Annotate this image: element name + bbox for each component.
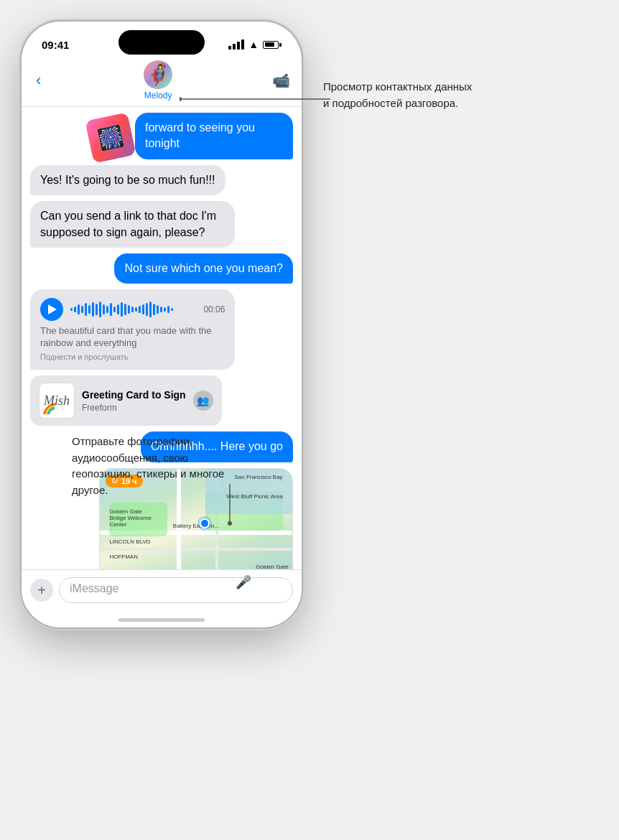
add-button[interactable]: + — [30, 579, 53, 602]
back-button[interactable]: ‹ — [33, 68, 44, 93]
annotation-top: Просмотр контактных данных и подробносте… — [323, 79, 474, 111]
svg-point-1 — [180, 97, 182, 101]
contact-header[interactable]: 🦸‍♀️ Melody — [144, 60, 172, 101]
message-2: Yes! It's going to be so much fun!!! — [30, 165, 293, 195]
card-title: Greeting Card to Sign — [82, 389, 186, 401]
annotation-bottom: Отправьте фотографии, аудиосообщения, св… — [72, 434, 230, 498]
map-label-bay: San Francisco Bay — [225, 474, 283, 480]
signal-icon — [228, 39, 244, 50]
bubble-outgoing: Not sure which one you mean? — [114, 253, 293, 284]
chat-messages: 🎆 forward to seeing you tonight Yes! It'… — [22, 107, 302, 589]
status-icons: ▲ — [228, 39, 281, 50]
message-3: Can you send a link to that doc I'm supp… — [30, 201, 293, 248]
map-label-hoffman: HOFFMAN — [109, 554, 138, 560]
waveform — [70, 301, 196, 318]
message-6-card: Mish 🌈 Greeting Card to Sign Freeform 👥 — [30, 375, 293, 426]
battery-icon — [263, 41, 281, 49]
annotation-line-top — [180, 85, 338, 113]
greeting-card[interactable]: Mish 🌈 Greeting Card to Sign Freeform 👥 — [30, 375, 222, 426]
map-label-lincoln: LINCOLN BLVD — [109, 538, 150, 545]
play-button[interactable] — [40, 298, 63, 321]
message-input[interactable]: iMessage — [59, 577, 293, 603]
bubble-incoming: Yes! It's going to be so much fun!!! — [30, 165, 225, 195]
card-thumbnail: Mish 🌈 — [39, 383, 75, 419]
home-indicator — [118, 618, 205, 622]
annotation-line-bottom — [223, 484, 251, 527]
dynamic-island — [118, 30, 205, 55]
status-time: 09:41 — [42, 39, 69, 51]
input-placeholder: iMessage — [70, 582, 118, 594]
audio-duration: 00:06 — [203, 304, 225, 314]
contact-name: Melody — [144, 90, 172, 101]
mic-icon[interactable]: 🎤 — [236, 574, 251, 590]
audio-bubble[interactable]: 00:06 The beautiful card that you made w… — [30, 289, 235, 370]
fireworks-image: 🎆 — [85, 112, 136, 163]
map-label-ggb: Golden Gate Bridge Welcome Center — [109, 508, 159, 528]
card-share-icon[interactable]: 👥 — [193, 391, 213, 411]
input-bar: + iMessage 🎤 — [22, 569, 302, 610]
svg-point-3 — [228, 521, 232, 526]
message-1: 🎆 forward to seeing you tonight — [30, 113, 293, 159]
bubble-incoming: Can you send a link to that doc I'm supp… — [30, 201, 235, 248]
card-app: Freeform — [82, 403, 186, 413]
audio-transcript: The beautiful card that you made with th… — [40, 325, 225, 350]
annotation-text-bottom: Отправьте фотографии, аудиосообщения, св… — [72, 434, 230, 498]
wifi-icon: ▲ — [248, 39, 259, 50]
message-4: Not sure which one you mean? — [30, 253, 293, 284]
audio-hint: Поднести и прослушать — [40, 353, 225, 361]
avatar: 🦸‍♀️ — [144, 60, 172, 89]
message-5-audio: 00:06 The beautiful card that you made w… — [30, 289, 293, 370]
annotation-text-top: Просмотр контактных данных и подробносте… — [323, 79, 474, 111]
bubble-outgoing: forward to seeing you tonight — [135, 113, 293, 159]
annotation-area: Просмотр контактных данных и подробносте… — [316, 22, 596, 627]
map-label-battery: Battery East Tro... — [173, 523, 219, 529]
